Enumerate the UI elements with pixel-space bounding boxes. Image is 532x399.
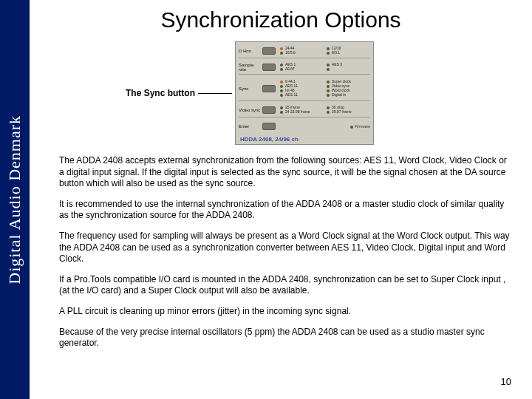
paragraph: It is recommended to use the internal sy… (59, 199, 510, 222)
led-grid: 24/44 12/16 10/5.6 8/3.1 (280, 47, 370, 55)
page-number: 10 (501, 376, 511, 387)
paragraph: The ADDA 2408 accepts external synchroni… (59, 155, 510, 190)
panel-row-label: Sync (239, 86, 262, 91)
figure-caption: The Sync button (126, 88, 195, 98)
paragraph: A PLL circuit is cleaning up minor error… (59, 306, 510, 318)
led-item: 29.97 frame (327, 110, 370, 114)
panel-row-videosync: Video sync 25 frame 30 drop 24 23.98 fra… (239, 103, 370, 117)
firmware-label: Firmware (350, 124, 370, 129)
leader-line (198, 93, 232, 94)
led-item: 24 23.98 frame (280, 110, 324, 114)
panel-row-label: D Hrm (239, 49, 262, 53)
panel-button-icon (262, 85, 276, 92)
led-item: AES 2 (327, 63, 370, 66)
figure-row: The Sync button D Hrm 24/44 12/16 10/5.6… (126, 41, 510, 145)
led-grid: 9 44.1 Super clock AES 11 Video sync Int… (280, 80, 370, 97)
paragraph: The frequency used for sampling will alw… (59, 231, 510, 265)
led-item: 10/5.6 (280, 51, 324, 55)
slide-content: Synchronization Options The Sync button … (37, 0, 525, 366)
led-grid: AES 1 AES 2 ADAT (280, 63, 370, 71)
device-panel: D Hrm 24/44 12/16 10/5.6 8/3.1 Sample ra… (235, 41, 374, 145)
panel-row-dhrm: D Hrm 24/44 12/16 10/5.6 8/3.1 (239, 44, 370, 58)
led-item: ADAT (280, 67, 324, 71)
page-title: Synchronization Options (52, 7, 510, 33)
panel-button-icon (262, 123, 276, 130)
panel-row-label: Enter (239, 124, 262, 129)
paragraph: Because of the very precise internal osc… (59, 327, 510, 349)
panel-row-enter: Enter Firmware (239, 119, 370, 134)
panel-button-icon (262, 106, 276, 114)
panel-footer: HDDA 2408, 24/96 ch (240, 136, 369, 143)
led-item: Digital in (327, 93, 370, 97)
paragraph: If a Pro.Tools compatible I/O card is mo… (59, 274, 510, 297)
led-item: 8/3.1 (327, 51, 370, 55)
panel-row-label: Sample rate (239, 63, 262, 72)
sidebar-brand-bar: Digital Audio Denmark (0, 0, 30, 399)
panel-row-samplerate: Sample rate AES 1 AES 2 ADAT (239, 60, 370, 75)
led-item: AES 11 (280, 93, 324, 97)
panel-button-icon (262, 64, 276, 71)
panel-button-icon (262, 47, 276, 55)
led-grid: 25 frame 30 drop 24 23.98 frame 29.97 fr… (280, 106, 370, 114)
led-item (327, 67, 370, 71)
panel-row-sync: Sync 9 44.1 Super clock AES 11 Video syn… (239, 76, 370, 101)
panel-row-label: Video sync (239, 108, 262, 112)
sidebar-brand-text: Digital Audio Denmark (5, 115, 24, 284)
panel-model-text: HDDA 2408, 24/96 ch (240, 136, 299, 143)
